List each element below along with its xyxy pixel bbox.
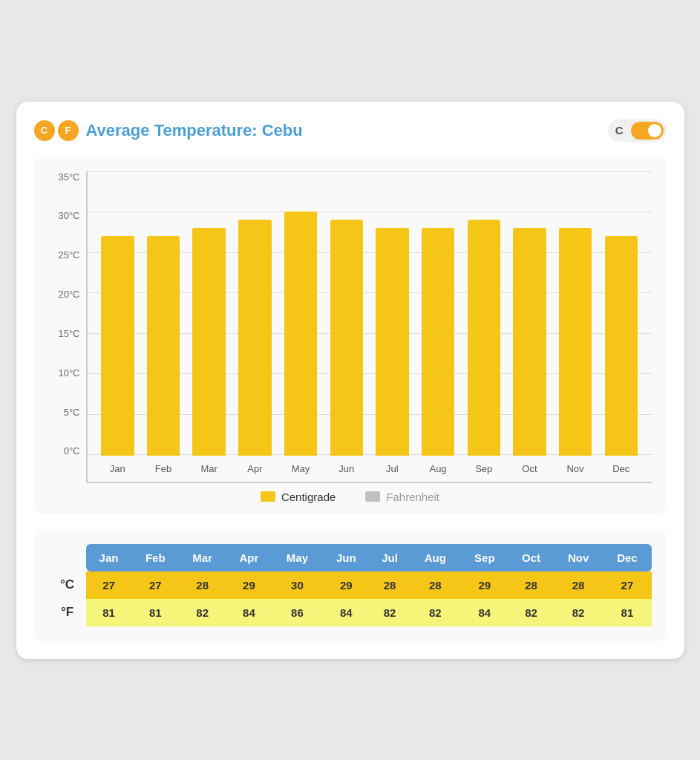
x-axis-label: May	[278, 456, 324, 482]
x-axis-label: Feb	[140, 456, 186, 482]
celsius-cell: 27	[603, 571, 651, 599]
fahrenheit-cell: 82	[179, 599, 226, 626]
y-axis-label: 20°C	[49, 289, 80, 300]
fahrenheit-cell: 82	[410, 599, 460, 626]
bar	[559, 228, 592, 455]
celsius-cell: 28	[508, 571, 553, 599]
celsius-cell: 28	[410, 571, 460, 599]
table-row: °C272728293029282829282827	[49, 571, 652, 599]
fahrenheit-label: Fahrenheit	[386, 491, 439, 503]
fahrenheit-cell: 86	[272, 599, 322, 626]
bar	[605, 236, 638, 455]
x-axis-label: Jan	[95, 456, 141, 482]
bar-group	[140, 171, 186, 456]
bar-group	[370, 171, 416, 456]
bar	[330, 220, 363, 455]
bar-group	[552, 171, 598, 456]
fahrenheit-row-header: °F	[49, 599, 86, 626]
main-card: C F Average Temperature: Cebu C 35°C30°C…	[16, 102, 684, 659]
x-axis-label: Apr	[232, 456, 278, 482]
fahrenheit-icon: F	[58, 120, 79, 141]
x-axis-label: Jul	[370, 456, 416, 482]
month-header: Mar	[179, 544, 226, 571]
centigrade-label: Centigrade	[281, 491, 336, 503]
celsius-cell: 27	[86, 571, 132, 599]
month-header: Apr	[226, 544, 272, 571]
bar-group	[232, 171, 278, 456]
title-prefix: Average Temperature:	[86, 121, 262, 140]
table-container: JanFebMarAprMayJunJulAugSepOctNovDec °C2…	[34, 529, 667, 641]
celsius-row-header: °C	[49, 571, 86, 599]
legend-fahrenheit: Fahrenheit	[365, 491, 439, 503]
y-axis-label: 10°C	[49, 367, 80, 379]
fahrenheit-cell: 84	[226, 599, 272, 626]
x-labels: JanFebMarAprMayJunJulAugSepOctNovDec	[88, 456, 652, 482]
celsius-cell: 28	[554, 571, 603, 599]
fahrenheit-cell: 81	[131, 599, 178, 626]
legend-centigrade: Centigrade	[261, 491, 336, 503]
fahrenheit-cell: 81	[603, 599, 651, 626]
bar-group	[95, 171, 141, 456]
month-header: Feb	[131, 544, 178, 571]
title-city: Cebu	[262, 121, 303, 140]
header-left: C F Average Temperature: Cebu	[34, 120, 303, 141]
fahrenheit-swatch	[365, 491, 380, 502]
bar-group	[507, 171, 553, 456]
bar-group	[598, 171, 644, 456]
month-header: Nov	[554, 544, 603, 571]
x-axis-label: Jun	[324, 456, 370, 482]
temperature-table: JanFebMarAprMayJunJulAugSepOctNovDec °C2…	[49, 544, 652, 626]
bar	[468, 220, 500, 455]
bar	[284, 212, 317, 455]
y-axis-label: 30°C	[49, 210, 80, 221]
bars-container	[88, 171, 652, 456]
x-axis-label: Sep	[461, 456, 507, 482]
month-header: Jul	[370, 544, 410, 571]
celsius-cell: 28	[179, 571, 226, 599]
chart-legend: Centigrade Fahrenheit	[49, 483, 652, 507]
x-axis-label: Oct	[507, 456, 553, 482]
y-axis-label: 0°C	[49, 445, 80, 456]
chart-container: 35°C30°C25°C20°C15°C10°C5°C0°C JanFebMar…	[34, 157, 667, 514]
celsius-icon: C	[34, 120, 55, 141]
x-axis-label: Aug	[415, 456, 461, 482]
centigrade-swatch	[261, 491, 275, 502]
celsius-cell: 27	[131, 571, 178, 599]
celsius-cell: 29	[460, 571, 508, 599]
y-axis-label: 5°C	[49, 407, 80, 418]
bar-group	[186, 171, 232, 456]
fahrenheit-cell: 82	[508, 599, 553, 626]
bar	[376, 228, 408, 455]
y-axis-label: 25°C	[49, 249, 80, 261]
x-axis-label: Mar	[186, 456, 232, 482]
chart-inner: JanFebMarAprMayJunJulAugSepOctNovDec	[86, 171, 652, 483]
month-header: Aug	[410, 544, 460, 571]
fahrenheit-cell: 84	[322, 599, 369, 626]
bar	[101, 236, 134, 455]
month-header: Oct	[508, 544, 553, 571]
celsius-cell: 30	[272, 571, 322, 599]
month-header: May	[272, 544, 322, 571]
bar	[192, 228, 225, 455]
x-axis-label: Dec	[598, 456, 644, 482]
toggle-switch[interactable]	[631, 122, 664, 140]
month-header: Jan	[86, 544, 132, 571]
bar	[238, 220, 271, 455]
y-axis: 35°C30°C25°C20°C15°C10°C5°C0°C	[49, 171, 86, 483]
celsius-cell: 29	[226, 571, 272, 599]
toggle-label: C	[611, 124, 628, 137]
page-title: Average Temperature: Cebu	[86, 121, 303, 140]
bar-group	[415, 171, 461, 456]
x-axis-label: Nov	[552, 456, 598, 482]
header: C F Average Temperature: Cebu C	[34, 119, 667, 142]
bar	[422, 228, 454, 455]
table-row: °F818182848684828284828281	[49, 599, 652, 626]
chart-area: 35°C30°C25°C20°C15°C10°C5°C0°C JanFebMar…	[49, 171, 652, 483]
bar	[147, 236, 180, 455]
bar-group	[278, 171, 324, 456]
unit-toggle[interactable]: C	[608, 119, 667, 142]
celsius-cell: 29	[322, 571, 369, 599]
celsius-cell: 28	[370, 571, 410, 599]
month-header: Dec	[603, 544, 651, 571]
bar-group	[461, 171, 507, 456]
